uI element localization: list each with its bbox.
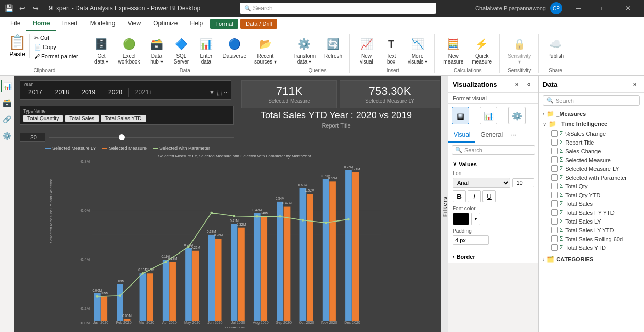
checkbox-total-sales-ly[interactable] <box>551 218 558 225</box>
checkbox-selected-measure-ly[interactable] <box>551 165 558 172</box>
new-visual-button[interactable]: 📈 Newvisual <box>355 34 378 67</box>
tree-item-total-sales[interactable]: Σ Total Sales <box>539 199 644 208</box>
underline-button[interactable]: U <box>482 190 496 202</box>
checkbox-total-sales-fy-ytd[interactable] <box>551 209 558 216</box>
viz-type-chart-active[interactable]: 📊 <box>480 107 497 124</box>
sql-server-button[interactable]: 🔷 SQLServer <box>170 34 192 67</box>
slider-thumb[interactable] <box>119 134 125 140</box>
maximize-button[interactable]: □ <box>591 0 615 17</box>
tree-item-sales-change-pct[interactable]: Σ %Sales Change <box>539 129 644 138</box>
filters-sidebar[interactable]: Filters <box>441 76 448 332</box>
viz-search-container[interactable]: 🔍 Search <box>452 145 535 155</box>
dataverse-button[interactable]: 🔵 Dataverse <box>219 34 249 61</box>
checkbox-total-sales-ytd[interactable] <box>551 244 558 251</box>
checkbox-sales-change-pct[interactable] <box>551 130 558 137</box>
close-button[interactable]: ✕ <box>616 0 640 17</box>
publish-button[interactable]: ☁️ Publish <box>544 34 567 61</box>
canvas-area[interactable]: Year 2017 2018 2019 2020 2021+ ▼ ⬚ ··· T… <box>14 76 441 332</box>
tab-data-drill[interactable]: Data / Drill <box>240 19 277 29</box>
year-2019[interactable]: 2019 <box>75 88 102 97</box>
checkbox-total-qty[interactable] <box>551 183 558 189</box>
sensitivity-button[interactable]: 🔒 Sensitivity▾ <box>505 34 534 67</box>
tab-help[interactable]: Help <box>184 17 210 31</box>
quick-measure-button[interactable]: ⚡ Quickmeasure <box>469 34 495 67</box>
year-2020[interactable]: 2020 <box>102 88 129 97</box>
title-search-box[interactable]: 🔍 Search <box>240 3 436 14</box>
recent-sources-button[interactable]: 📂 Recentsources ▾ <box>251 34 280 67</box>
typename-total-sales[interactable]: Total Sales <box>65 115 99 122</box>
report-view-icon[interactable]: 📊 <box>1 80 13 92</box>
tab-modeling[interactable]: Modeling <box>84 17 122 31</box>
tree-item-selected-with-parameter[interactable]: Σ Selected with Parameter <box>539 173 644 182</box>
transform-data-button[interactable]: ⚙️ Transformdata ▾ <box>289 34 319 67</box>
tab-general[interactable]: General <box>475 128 508 143</box>
tree-item-selected-measure-ly[interactable]: Σ Selected Measure LY <box>539 164 644 173</box>
tree-item-total-sales-ytd[interactable]: Σ Total Sales YTD <box>539 243 644 252</box>
data-hub-button[interactable]: 🗃️ Datahub ▾ <box>145 34 168 67</box>
dax-icon[interactable]: ⚙️ <box>1 130 13 142</box>
typename-total-qty[interactable]: Total Quantity <box>23 115 63 122</box>
viz-collapse-icon[interactable]: « <box>524 79 534 89</box>
viz-expand-icon[interactable]: » <box>511 79 522 89</box>
tree-item-total-sales-rolling[interactable]: Σ Total Sales Rolling 60d <box>539 234 644 243</box>
get-data-button[interactable]: 🗄️ Getdata ▾ <box>90 34 113 67</box>
color-swatch[interactable] <box>453 213 469 225</box>
tree-item-time-intelligence-group[interactable]: ∨ 📁 _Time Intelligence <box>539 119 644 129</box>
padding-input[interactable] <box>453 235 489 245</box>
checkbox-sales-change[interactable] <box>551 148 558 154</box>
year-selector[interactable]: Year 2017 2018 2019 2020 2021+ ▼ ⬚ ··· <box>20 80 231 100</box>
tab-view[interactable]: View <box>121 17 147 31</box>
new-measure-button[interactable]: 🧮 Newmeasure <box>440 34 466 67</box>
italic-button[interactable]: I <box>468 190 481 202</box>
slider-track[interactable] <box>49 137 234 138</box>
color-dropdown[interactable]: ▼ <box>471 213 480 225</box>
format-painter-button[interactable]: 🖌 Format painter <box>32 52 81 60</box>
checkbox-total-sales-ly-ytd[interactable] <box>551 227 558 233</box>
tree-item-total-sales-fy-ytd[interactable]: Σ Total Sales FY YTD <box>539 208 644 217</box>
tree-item-categories-group[interactable]: › 🗂️ CATEGORIES <box>539 254 644 264</box>
checkbox-total-sales[interactable] <box>551 200 558 207</box>
slider-area[interactable] <box>20 133 234 142</box>
year-2018[interactable]: 2018 <box>49 88 76 97</box>
tree-item-total-sales-ly-ytd[interactable]: Σ Total Sales LY YTD <box>539 226 644 234</box>
data-view-icon[interactable]: 🗃️ <box>1 97 13 109</box>
text-box-button[interactable]: T Textbox <box>380 34 403 67</box>
tab-optimize[interactable]: Optimize <box>147 17 184 31</box>
tab-format[interactable]: Format <box>210 19 238 29</box>
tab-more[interactable]: ··· <box>508 128 519 143</box>
checkbox-selected-measure[interactable] <box>551 156 558 163</box>
font-family-select[interactable]: Arial <box>453 178 510 188</box>
year-expand-icon[interactable]: ⬚ <box>217 89 222 96</box>
checkbox-total-qty-ytd[interactable] <box>551 192 558 198</box>
viz-type-gauge[interactable]: ⚙️ <box>508 107 526 124</box>
cut-button[interactable]: ✂ Cut <box>32 34 81 42</box>
more-visuals-button[interactable]: 📉 Morevisuals ▾ <box>405 34 430 67</box>
typename-total-sales-ytd[interactable]: Total Sales YTD <box>101 115 146 122</box>
tree-item-total-qty[interactable]: Σ Total Qty <box>539 182 644 191</box>
enter-data-button[interactable]: 📊 Enterdata <box>195 34 217 67</box>
data-expand-icon[interactable]: » <box>630 79 640 89</box>
paste-button[interactable]: 📋 Paste <box>8 34 30 58</box>
slider-input[interactable] <box>20 133 45 142</box>
viz-type-table[interactable]: ▦ <box>452 107 469 124</box>
year-2021[interactable]: 2021+ <box>129 88 159 97</box>
model-view-icon[interactable]: 🔗 <box>1 113 13 125</box>
year-more-icon[interactable]: ··· <box>224 89 229 96</box>
tree-item-total-qty-ytd[interactable]: Σ Total Qty YTD <box>539 191 644 199</box>
bold-button[interactable]: B <box>453 190 466 202</box>
tab-visual[interactable]: Visual <box>448 128 475 143</box>
refresh-button[interactable]: 🔄 Refresh <box>321 34 345 61</box>
checkbox-total-sales-rolling[interactable] <box>551 235 558 242</box>
redo-icon[interactable]: ↪ <box>31 4 40 13</box>
minimize-button[interactable]: ─ <box>567 0 590 17</box>
font-size-input[interactable] <box>512 178 534 187</box>
undo-icon[interactable]: ↩ <box>18 4 27 13</box>
tab-file[interactable]: File <box>4 17 26 31</box>
excel-workbook-button[interactable]: 🟢 Excelworkbook <box>115 34 143 67</box>
border-title[interactable]: › Border <box>453 254 534 260</box>
tab-insert[interactable]: Insert <box>56 17 84 31</box>
tab-home[interactable]: Home <box>26 17 56 31</box>
tree-item-total-sales-ly[interactable]: Σ Total Sales LY <box>539 217 644 226</box>
tree-item-measures-group[interactable]: › 📁 _Measures <box>539 108 644 119</box>
data-search-box[interactable]: 🔍 Search <box>543 95 640 106</box>
